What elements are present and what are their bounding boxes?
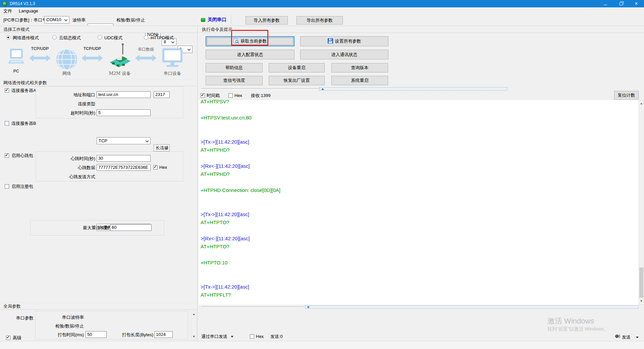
register-pkg-label: 启用注册包	[11, 183, 33, 190]
device-restart-button[interactable]: 设备重启	[269, 63, 325, 72]
arrow-icon	[135, 54, 157, 63]
menu-file[interactable]: 文件	[0, 7, 15, 15]
export-all-params-button[interactable]: 导出所有参数	[297, 16, 343, 24]
scroll-down-icon[interactable]: ▼	[639, 299, 644, 304]
window-title: DR514 V2.1.3	[10, 1, 35, 6]
minimize-button[interactable]	[598, 0, 613, 7]
recv-hex-checkbox[interactable]	[228, 93, 233, 99]
radio-cloud-mode[interactable]	[52, 35, 57, 41]
com-port-select[interactable]: COM10	[44, 16, 69, 23]
top-slider-focus[interactable]	[319, 87, 507, 91]
hb-data-input[interactable]: 7777772E7573722E636E	[97, 164, 151, 171]
m2m-device-icon	[108, 43, 131, 71]
radio-httpd-mode-label: HTTPD模式	[151, 35, 174, 41]
checkbox-icon	[5, 88, 9, 93]
terminal-line: >[Rx<-][11:42:20][asc]	[201, 162, 639, 170]
heartbeat-label: 启用心跳包	[11, 152, 33, 159]
sent-count: 发送:0	[270, 333, 283, 340]
timeout-input[interactable]: 5	[97, 109, 151, 116]
checkbox-icon	[153, 165, 158, 169]
server-a-checkbox[interactable]	[5, 88, 9, 94]
radio-icon	[6, 35, 10, 40]
terminal-line: +HTPHD:Connection: close[0D][0A]	[201, 186, 639, 194]
send-button[interactable]: 发送	[622, 334, 631, 341]
reconnect-label: 最大重连次数	[42, 225, 109, 231]
radio-icon	[144, 35, 148, 40]
scroll-up-icon[interactable]: ▲	[192, 312, 196, 317]
query-version-button[interactable]: 查询版本	[331, 63, 388, 72]
close-button[interactable]: ×	[629, 0, 644, 7]
enter-comm-state-button[interactable]: 进入通讯状态	[300, 50, 388, 59]
terminal-line: >[Tx->][11:42:20][asc]	[201, 210, 639, 218]
send-via-serial-dropdown[interactable]: 通过串口发送	[201, 333, 227, 340]
pack-time-label: 打包时间(ms)	[30, 332, 84, 338]
server-a-address-input[interactable]: test.usr.cn	[97, 91, 151, 98]
server-a-port-input[interactable]: 2317	[154, 91, 170, 98]
terminal-line: AT+HTPHD?	[201, 146, 639, 154]
pack-len-input[interactable]: 1024	[154, 331, 173, 338]
arrow-icon	[29, 54, 51, 63]
import-all-params-button[interactable]: 导入所有参数	[246, 16, 288, 24]
advanced-label: 高级	[13, 335, 21, 341]
diagram-pc-label: PC	[9, 69, 23, 73]
hb-hex-checkbox[interactable]	[153, 165, 158, 170]
checkbox-icon	[5, 121, 9, 126]
diagram-serial-device-label: 串口设备	[160, 70, 184, 77]
advanced-checkbox[interactable]	[6, 336, 10, 341]
bottom-slider-focus[interactable]	[305, 305, 639, 309]
factory-reset-button[interactable]: 恢复出厂设置	[269, 76, 325, 85]
set-all-params-button[interactable]: 设置所有参数	[300, 36, 388, 46]
dropdown-arrow-icon	[231, 336, 233, 338]
hb-time-input[interactable]: 30	[97, 155, 151, 162]
server-b-checkbox[interactable]	[5, 121, 9, 127]
addr-port-label: 地址和端口	[45, 92, 95, 98]
send-hex-label: Hex	[256, 333, 264, 340]
received-count: 接收:1399	[251, 92, 271, 99]
g-line-label: 检验/数据/停止	[30, 323, 84, 330]
top-slider-track[interactable]	[201, 88, 319, 90]
close-port-button[interactable]: 关闭串口	[208, 17, 226, 23]
global-params-header: 全局参数	[0, 303, 197, 310]
system-restart-button[interactable]: 系统重启	[331, 76, 388, 85]
enter-config-state-button[interactable]: 进入配置状态	[206, 50, 294, 59]
reset-count-button[interactable]: 复位计数	[614, 91, 639, 100]
reconnect-input[interactable]: 60	[110, 224, 152, 231]
register-pkg-checkbox[interactable]	[5, 184, 9, 190]
windows-activation-hint: 转到“设置”以激活 Windows。	[547, 326, 608, 332]
parity-data-stop-label: 检验/数据/停止	[116, 17, 145, 23]
signal-strength-button[interactable]: 查信号强度	[206, 76, 263, 85]
scroll-up-icon[interactable]: ▲	[639, 101, 644, 106]
help-info-button[interactable]: 帮助信息	[206, 63, 263, 72]
send-hex-checkbox[interactable]	[250, 334, 254, 340]
conn-type-select[interactable]: TCP	[97, 137, 151, 144]
scroll-down-icon[interactable]: ▼	[192, 334, 196, 339]
left-scrollbar[interactable]: ▲ ▼	[191, 311, 197, 340]
conn-mode-select[interactable]: 长连接	[154, 144, 170, 151]
terminal-line: >[Tx->][11:42:20][asc]	[201, 283, 639, 291]
toolbar-separator	[231, 15, 231, 24]
timestamp-checkbox[interactable]	[201, 93, 205, 99]
hb-mode-label: 心跳发送方式	[45, 173, 95, 180]
diagram-link3-label: 串口数据	[135, 47, 157, 52]
heartbeat-checkbox[interactable]	[5, 153, 9, 159]
slider-down-icon	[307, 306, 310, 308]
radio-udc-mode[interactable]	[98, 35, 102, 41]
terminal-area[interactable]: AT+HTPSV? +HTPSV:test.usr.cn,80 >[Tx->][…	[199, 100, 639, 305]
radio-udc-mode-label: UDC模式	[104, 35, 122, 41]
menu-language[interactable]: Language	[15, 7, 42, 15]
server-a-label: 连接服务器A	[11, 87, 36, 94]
terminal-line	[201, 227, 639, 235]
annotation-red-box	[231, 30, 268, 46]
hb-hex-label: Hex	[159, 164, 167, 171]
restore-button[interactable]	[613, 0, 629, 7]
g-baud-label: 串口波特率	[30, 314, 84, 321]
scrollbar-thumb[interactable]	[639, 267, 643, 298]
work-mode-header: 选择工作模式	[0, 26, 197, 33]
radio-httpd-mode[interactable]	[144, 35, 148, 41]
pc-serial-label: [PC串口参数]：串口号	[3, 17, 47, 23]
radio-transparent-mode[interactable]	[6, 35, 10, 41]
checkbox-icon	[5, 184, 9, 189]
bottom-slider-track[interactable]	[201, 306, 304, 308]
terminal-scrollbar[interactable]: ▲ ▼	[639, 100, 644, 305]
chevron-down-icon	[64, 18, 68, 21]
